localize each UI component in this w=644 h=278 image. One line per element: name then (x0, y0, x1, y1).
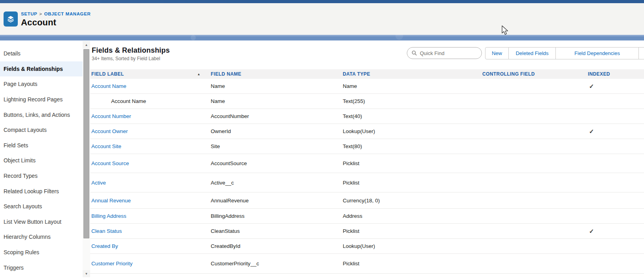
column-header-data-type[interactable]: DATA TYPE (342, 71, 482, 77)
breadcrumb-setup-link[interactable]: SETUP (21, 11, 37, 16)
field-label-cell: Account Number (90, 113, 210, 119)
sidebar-item-scoping-rules[interactable]: Scoping Rules (0, 245, 83, 260)
field-label-link[interactable]: Active (91, 180, 106, 186)
field-label-cell: Account Source (90, 160, 210, 166)
field-label-link[interactable]: Account Site (91, 143, 121, 149)
data-type-cell: Lookup(User) (342, 243, 482, 249)
sidebar-item-label: Fields & Relationships (4, 66, 63, 72)
field-label-link[interactable]: Account Number (91, 113, 131, 119)
table-row: Account NameNameText(255) (90, 94, 644, 109)
list-title: Fields & Relationships (92, 46, 170, 55)
breadcrumb-separator: > (39, 11, 42, 16)
sidebar-scrollbar[interactable]: ▲ ▼ (83, 41, 90, 277)
page-title: Account (21, 17, 91, 28)
field-name-cell: AccountSource (210, 160, 342, 166)
top-navigation-bar (0, 0, 644, 3)
list-toolbar: Fields & Relationships 34+ Items, Sorted… (90, 41, 644, 69)
column-header-field-label[interactable]: FIELD LABEL ▲ (90, 71, 210, 77)
clipped-toolbar-button[interactable] (639, 47, 644, 59)
data-type-cell: Name (342, 83, 482, 89)
breadcrumb: SETUP > OBJECT MANAGER (21, 11, 91, 16)
data-type-cell: Lookup(User) (342, 128, 482, 134)
sidebar-item-details[interactable]: Details (0, 46, 83, 61)
field-name-cell: CleanStatus (210, 228, 342, 234)
indexed-check-icon: ✓ (589, 83, 594, 89)
sidebar-item-label: Hierarchy Columns (4, 234, 51, 240)
breadcrumb-object-manager-link[interactable]: OBJECT MANAGER (44, 11, 91, 16)
sidebar-item-label: Lightning Record Pages (4, 96, 62, 103)
fields-table-body: Account NameNameName✓Account NameNameTex… (90, 79, 644, 274)
quick-find-search[interactable] (407, 47, 482, 59)
sidebar-nav: DetailsFields & RelationshipsPage Layout… (0, 41, 83, 277)
table-row: Account OwnerOwnerIdLookup(User)✓ (90, 124, 644, 139)
table-row: ActiveActive__cPicklist (90, 173, 644, 192)
field-name-cell: AccountNumber (210, 113, 342, 119)
search-icon (412, 50, 417, 56)
fields-relationships-panel: Fields & Relationships 34+ Items, Sorted… (90, 41, 644, 277)
field-label-cell: Account Site (90, 143, 210, 149)
column-header-controlling-field[interactable]: CONTROLLING FIELD (482, 71, 587, 77)
column-header-field-name[interactable]: FIELD NAME (210, 71, 342, 77)
field-name-cell: CustomerPriority__c (210, 261, 342, 267)
list-subtitle: 34+ Items, Sorted by Field Label (92, 56, 170, 61)
indexed-cell: ✓ (587, 83, 644, 90)
field-name-cell: Site (210, 143, 342, 149)
scrollbar-up-arrow-icon[interactable]: ▲ (83, 41, 90, 48)
field-label-link[interactable]: Annual Revenue (91, 198, 131, 204)
table-row: Annual RevenueAnnualRevenueCurrency(18, … (90, 192, 644, 209)
table-row: Account SiteSiteText(80) (90, 139, 644, 154)
sidebar-item-lightning-record-pages[interactable]: Lightning Record Pages (0, 92, 83, 107)
sidebar-item-label: Compact Layouts (4, 127, 47, 133)
indexed-cell: ✓ (587, 228, 644, 235)
data-type-cell: Picklist (342, 160, 482, 166)
toolbar-button-group: New Deleted Fields Field Dependencies (485, 47, 644, 59)
sidebar-item-fields-relationships[interactable]: Fields & Relationships (0, 61, 83, 77)
table-row: Clean StatusCleanStatusPicklist✓ (90, 224, 644, 239)
sidebar-item-list-view-button-layout[interactable]: List View Button Layout (0, 214, 83, 230)
table-row: Account NameNameName✓ (90, 79, 644, 94)
field-label-link[interactable]: Account Owner (91, 128, 128, 134)
sidebar-item-label: Object Limits (4, 157, 36, 164)
sidebar-item-related-lookup-filters[interactable]: Related Lookup Filters (0, 183, 83, 199)
field-label-cell: Account Owner (90, 128, 210, 134)
sidebar-item-label: Triggers (4, 265, 24, 271)
field-label-link[interactable]: Clean Status (91, 228, 122, 234)
new-button[interactable]: New (485, 47, 509, 59)
field-label-link[interactable]: Account Source (91, 160, 129, 166)
table-row: Billing AddressBillingAddressAddress (90, 209, 644, 224)
field-name-cell: Name (210, 83, 342, 89)
sidebar-item-field-sets[interactable]: Field Sets (0, 138, 83, 153)
sidebar-item-label: Record Types (4, 173, 38, 179)
body-layout: DetailsFields & RelationshipsPage Layout… (0, 41, 644, 277)
sidebar-item-object-limits[interactable]: Object Limits (0, 153, 83, 168)
table-row: Created ByCreatedByIdLookup(User) (90, 239, 644, 254)
deleted-fields-button[interactable]: Deleted Fields (509, 47, 556, 59)
field-label-link[interactable]: Account Name (91, 83, 127, 89)
scrollbar-down-arrow-icon[interactable]: ▼ (83, 270, 90, 277)
sidebar-item-record-types[interactable]: Record Types (0, 168, 83, 184)
field-label-cell: Account Name (90, 83, 210, 89)
sidebar-item-buttons-links-and-actions[interactable]: Buttons, Links, and Actions (0, 107, 83, 122)
sidebar-item-label: Field Sets (4, 142, 28, 149)
quick-find-input[interactable] (420, 50, 475, 56)
data-type-cell: Picklist (342, 261, 482, 267)
field-label-cell: Account Name (90, 98, 210, 104)
field-label-cell: Billing Address (90, 213, 210, 219)
setup-header: SETUP > OBJECT MANAGER Account (0, 3, 644, 35)
field-dependencies-button[interactable]: Field Dependencies (556, 47, 639, 59)
field-label-link[interactable]: Billing Address (91, 213, 127, 219)
sidebar-item-page-layouts[interactable]: Page Layouts (0, 76, 83, 92)
sidebar-item-triggers[interactable]: Triggers (0, 260, 83, 275)
sidebar-item-compact-layouts[interactable]: Compact Layouts (0, 122, 83, 138)
sidebar-item-label: Scoping Rules (4, 249, 39, 255)
column-header-indexed[interactable]: INDEXED (587, 71, 644, 77)
sidebar-item-search-layouts[interactable]: Search Layouts (0, 199, 83, 214)
indexed-check-icon: ✓ (589, 228, 594, 234)
field-label-link[interactable]: Customer Priority (91, 261, 132, 267)
indexed-cell: ✓ (587, 128, 644, 135)
field-label-link[interactable]: Created By (91, 243, 118, 249)
sidebar-item-hierarchy-columns[interactable]: Hierarchy Columns (0, 229, 83, 245)
sidebar-item-label: Buttons, Links, and Actions (4, 112, 70, 118)
data-type-cell: Currency(18, 0) (342, 198, 482, 204)
scrollbar-thumb[interactable] (83, 49, 89, 238)
